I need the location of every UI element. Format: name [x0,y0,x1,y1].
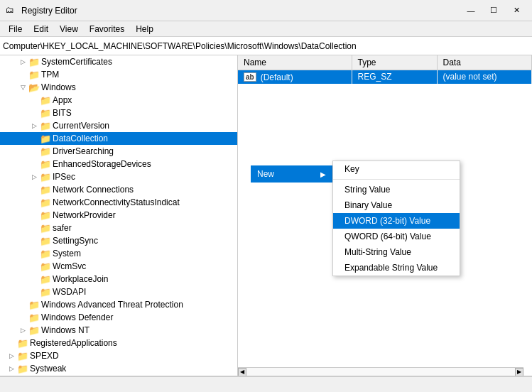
folder-icon-networkconn: 📁 [40,185,51,195]
horizontal-scrollbar[interactable]: ◀ ▶ [238,367,523,376]
tree-label-settingsync: SettingSync [53,236,98,246]
expander-networkconn2 [28,199,40,206]
tree-item-settingsync[interactable]: 📁 SettingSync [0,234,237,247]
tree-label-networkconn: Network Connections [53,185,134,195]
folder-icon-datacollection: 📁 [40,134,51,144]
tree-scroll[interactable]: ▷ 📁 SystemCertificates 📁 TPM ▽ 📂 Windows… [0,55,237,376]
address-bar: Computer\HKEY_LOCAL_MACHINE\SOFTWARE\Pol… [0,37,532,55]
folder-icon-networkconn2: 📁 [40,197,51,208]
tree-item-windows[interactable]: ▽ 📂 Windows [0,81,237,94]
col-type[interactable]: Type [352,55,437,70]
submenu-item-expandable[interactable]: Expandable String Value [333,260,460,276]
expander-bits [28,109,40,116]
col-name[interactable]: Name [238,55,352,70]
expander-windefender [17,314,28,321]
expander-windows[interactable]: ▽ [17,84,28,91]
table-row[interactable]: ab (Default) REG_SZ (value not set) [238,70,532,84]
tree-item-workplacejoin[interactable]: 📁 WorkplaceJoin [0,273,237,285]
folder-icon-winnt: 📁 [28,325,40,336]
right-panel: Name Type Data ab (Default) REG_SZ (valu… [238,55,532,376]
folder-icon-spexd: 📁 [17,351,28,361]
menu-file[interactable]: File [3,23,28,36]
menu-edit[interactable]: Edit [28,23,54,36]
close-button[interactable]: ✕ [506,3,526,18]
tree-item-safer[interactable]: 📁 safer [0,222,237,234]
submenu-item-binary[interactable]: Binary Value [333,197,460,213]
folder-icon-networkprovider: 📁 [40,210,51,221]
tree-item-enhancedstorage[interactable]: 📁 EnhancedStorageDevices [0,158,237,170]
tree-item-bits[interactable]: 📁 BITS [0,107,237,119]
menu-help[interactable]: Help [130,23,159,36]
menu-favorites[interactable]: Favorites [84,23,130,36]
folder-icon-regapps: 📁 [17,338,28,349]
cell-type: REG_SZ [352,70,437,84]
expander-workplacejoin [28,276,40,283]
default-value-icon: ab (Default) [244,72,293,82]
expander-wsdapi [28,288,40,295]
new-menu-button[interactable]: New ▶ [251,165,332,183]
tree-label-systweak: Systweak [30,364,66,374]
tree-label-winnt: Windows NT [41,325,89,335]
expander-spexd[interactable]: ▷ [6,352,17,359]
tree-item-winatp[interactable]: 📁 Windows Advanced Threat Protection [0,298,237,311]
col-data[interactable]: Data [437,55,532,70]
scroll-track-horizontal[interactable] [246,368,515,376]
folder-icon-ipsec: 📁 [40,172,51,183]
maximize-button[interactable]: ☐ [484,3,504,18]
submenu-item-key[interactable]: Key [333,161,460,177]
submenu-item-qword[interactable]: QWORD (64-bit) Value [333,229,460,244]
tree-item-spexd[interactable]: ▷ 📁 SPEXD [0,349,237,362]
menu-bar: File Edit View Favorites Help [0,21,532,37]
tree-item-windefender[interactable]: 📁 Windows Defender [0,311,237,324]
tree-item-networkconn2[interactable]: 📁 NetworkConnectivityStatusIndicat [0,196,237,209]
tree-item-regapps[interactable]: 📁 RegisteredApplications [0,337,237,349]
submenu-item-multistring[interactable]: Multi-String Value [333,244,460,260]
submenu-item-dword[interactable]: DWORD (32-bit) Value [333,213,460,229]
tree-item-datacollection[interactable]: 📁 DataCollection [0,132,237,145]
tree-label-regapps: RegisteredApplications [30,338,117,348]
tree-label-tpm: TPM [41,70,59,80]
tree-label-driversearching: DriverSearching [53,146,114,156]
expander-systemcerts[interactable]: ▷ [17,58,28,65]
submenu: Key String Value Binary Value DWORD (32-… [332,160,460,276]
folder-icon-systweak: 📁 [17,364,28,374]
tree-item-systemcerts[interactable]: ▷ 📁 SystemCertificates [0,55,237,68]
folder-icon-settingsync: 📁 [40,236,51,246]
minimize-button[interactable]: — [461,3,481,18]
tree-label-system: System [53,249,81,258]
expander-currentversion[interactable]: ▷ [28,122,40,129]
app-icon: 🗂 [6,5,17,16]
main-content: ▷ 📁 SystemCertificates 📁 TPM ▽ 📂 Windows… [0,55,532,376]
expander-safer [28,224,40,232]
tree-item-networkconn[interactable]: 📁 Network Connections [0,183,237,196]
tree-item-systweak[interactable]: ▷ 📁 Systweak [0,362,237,375]
scroll-right-button[interactable]: ▶ [515,368,523,376]
expander-wcmsvc [28,263,40,270]
expander-enhancedstorage [28,160,40,168]
tree-item-currentversion[interactable]: ▷ 📁 CurrentVersion [0,119,237,132]
tree-label-currentversion: CurrentVersion [53,121,109,131]
address-path[interactable]: Computer\HKEY_LOCAL_MACHINE\SOFTWARE\Pol… [3,41,529,51]
tree-item-winnt[interactable]: ▷ 📁 Windows NT [0,324,237,337]
context-menu-overlay: New ▶ Key String Value Binary Value DWOR… [238,55,532,376]
folder-icon-tpm: 📁 [28,70,40,80]
folder-icon-winatp: 📁 [28,300,40,310]
tree-item-networkprovider[interactable]: 📁 NetworkProvider [0,209,237,222]
expander-systweak[interactable]: ▷ [6,365,17,372]
submenu-item-string[interactable]: String Value [333,182,460,197]
tree-item-wsdapi[interactable]: 📁 WSDAPI [0,285,237,298]
folder-icon-currentversion: 📁 [40,121,51,131]
tree-item-appx[interactable]: 📁 Appx [0,94,237,107]
cell-name: ab (Default) [238,70,352,84]
scroll-left-button[interactable]: ◀ [238,368,246,376]
menu-view[interactable]: View [54,23,84,36]
tree-item-tpm[interactable]: 📁 TPM [0,68,237,81]
expander-winnt[interactable]: ▷ [17,327,28,334]
expander-ipsec[interactable]: ▷ [28,173,40,180]
tree-item-system[interactable]: 📁 System [0,247,237,260]
tree-item-ipsec[interactable]: ▷ 📁 IPSec [0,170,237,183]
tree-item-wcmsvc[interactable]: 📁 WcmSvc [0,260,237,273]
expander-system [28,250,40,257]
tree-item-driversearching[interactable]: 📁 DriverSearching [0,145,237,158]
folder-icon-enhancedstorage: 📁 [40,159,51,170]
